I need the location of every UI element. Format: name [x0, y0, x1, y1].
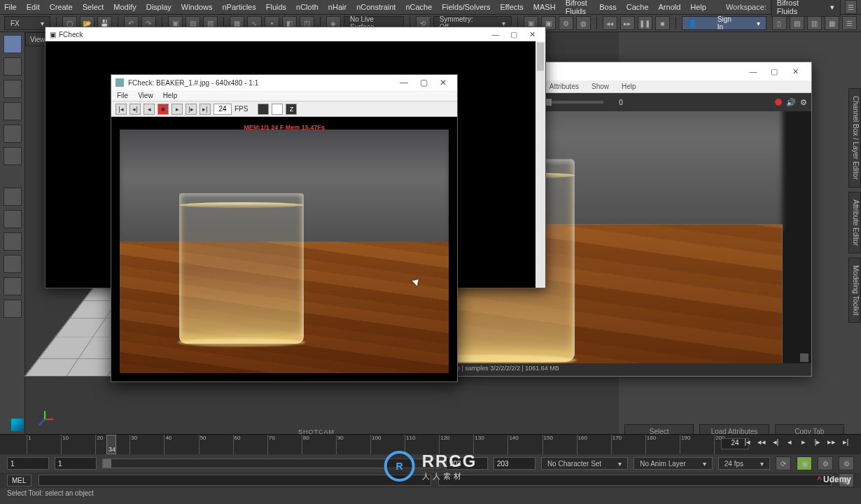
prev-key-icon[interactable]: ◂◂: [756, 436, 767, 447]
anim-layer-dropdown[interactable]: No Anim Layer▾: [634, 457, 713, 470]
panel-layout4-icon[interactable]: ▦: [825, 16, 839, 30]
menu-fluids[interactable]: Fluids: [266, 3, 286, 11]
step-back-icon[interactable]: ◂|: [130, 104, 141, 115]
arnold-record-icon[interactable]: [775, 99, 782, 106]
command-input[interactable]: [38, 475, 432, 486]
layout2-tool[interactable]: [4, 210, 22, 228]
go-end-icon[interactable]: ▸|: [840, 436, 851, 447]
fcheck-image-window[interactable]: FCheck: BEAKER_1.#.jpg - 640x480 - 1:1 —…: [111, 74, 458, 382]
range-slider[interactable]: [102, 458, 440, 468]
close-icon[interactable]: ✕: [523, 30, 541, 39]
menu-ncache[interactable]: nCache: [405, 3, 432, 11]
play-fwd-icon[interactable]: ▸: [172, 104, 183, 115]
workspace-dropdown[interactable]: Bifrost Fluids ▾: [771, 0, 841, 17]
arnold-menu-show[interactable]: Show: [592, 83, 609, 90]
arnold-menu-help[interactable]: Help: [622, 83, 636, 90]
close-icon[interactable]: ✕: [785, 67, 806, 76]
autokey-toggle-icon[interactable]: ▣: [797, 456, 812, 470]
fcheck-parent-titlebar[interactable]: ▣ FCheck — ▢ ✕: [46, 27, 545, 41]
tab-modeling-toolkit[interactable]: Modeling Toolkit: [848, 258, 861, 323]
play-back-icon[interactable]: ◂: [144, 104, 155, 115]
layout6-tool[interactable]: [4, 300, 22, 318]
character-set-dropdown[interactable]: No Character Set▾: [541, 457, 628, 470]
step-fwd-icon[interactable]: |▸: [812, 436, 823, 447]
fps-dropdown[interactable]: 24 fps▾: [718, 457, 770, 470]
arnold-menu-attributes[interactable]: Attributes: [550, 83, 579, 90]
arnold-gear-icon[interactable]: ⚙: [800, 98, 807, 107]
panel-layout2-icon[interactable]: ▤: [790, 16, 804, 30]
menu-help[interactable]: Help: [690, 3, 706, 11]
menu-nconstraint[interactable]: nConstraint: [356, 3, 396, 11]
lasso-tool[interactable]: [4, 57, 22, 76]
scale-tool[interactable]: [4, 147, 22, 165]
time-slider[interactable]: 1102030405060708090100110120130140150160…: [0, 435, 861, 454]
panel-layout1-icon[interactable]: ▯: [772, 16, 787, 30]
fcheck-menu-view[interactable]: View: [138, 92, 153, 99]
fps-input[interactable]: [214, 104, 232, 115]
arnold-resize-icon[interactable]: [800, 354, 808, 362]
range-end-inner[interactable]: [446, 457, 488, 470]
minimize-icon[interactable]: —: [743, 67, 764, 76]
channel-rgb-icon[interactable]: [258, 104, 269, 115]
layout4-tool[interactable]: [4, 255, 22, 273]
tab-channel-box[interactable]: Channel Box / Layer Editor: [848, 88, 861, 188]
move-tool[interactable]: [4, 102, 22, 120]
fcheck-titlebar[interactable]: FCheck: BEAKER_1.#.jpg - 640x480 - 1:1 —…: [111, 75, 457, 90]
play-back-icon[interactable]: ◂: [784, 436, 795, 447]
pause-icon[interactable]: ❚❚: [638, 16, 652, 30]
fcheck-menu-file[interactable]: File: [117, 92, 128, 99]
current-time-marker[interactable]: 34: [106, 435, 116, 454]
menu-modify[interactable]: Modify: [113, 3, 136, 11]
menu-create[interactable]: Create: [50, 3, 73, 11]
go-start-icon[interactable]: |◂: [115, 104, 127, 115]
step-fwd-icon[interactable]: |▸: [186, 104, 197, 115]
menu-fields[interactable]: Fields/Solvers: [442, 3, 490, 11]
channel-alpha-icon[interactable]: [272, 104, 283, 115]
layout1-tool[interactable]: [4, 188, 22, 206]
panel-layout5-icon[interactable]: ☰: [842, 16, 857, 30]
anim-prefs-icon[interactable]: ⚙: [818, 456, 833, 470]
layout5-tool[interactable]: [4, 277, 22, 295]
menu-nhair[interactable]: nHair: [328, 3, 346, 11]
menu-bifrost[interactable]: Bifrost Fluids: [566, 0, 590, 15]
menu-windows[interactable]: Windows: [181, 3, 213, 11]
channel-z-icon[interactable]: Z: [286, 104, 297, 115]
menu-cache[interactable]: Cache: [626, 3, 649, 11]
fcheck-menu-help[interactable]: Help: [163, 92, 178, 99]
arnold-speaker-icon[interactable]: 🔊: [786, 98, 796, 107]
hypershade-icon[interactable]: ◍: [576, 16, 591, 30]
stop-icon[interactable]: ■: [655, 16, 670, 30]
go-start-icon[interactable]: |◂: [742, 436, 753, 447]
signin-dropdown[interactable]: 👤 Sign In ▾: [682, 16, 766, 30]
rotate-tool[interactable]: [4, 125, 22, 143]
play-fwd-icon[interactable]: ▸: [798, 436, 809, 447]
workspace-options-icon[interactable]: ☰: [845, 0, 857, 14]
next-key-icon[interactable]: ▸▸: [826, 436, 837, 447]
go-end-icon[interactable]: ▸|: [200, 104, 211, 115]
scrollbar-thumb[interactable]: [537, 43, 544, 71]
minimize-icon[interactable]: —: [486, 30, 505, 38]
tab-attribute-editor[interactable]: Attribute Editor: [848, 192, 861, 253]
range-end-outer[interactable]: [493, 457, 536, 470]
menu-effects[interactable]: Effects: [500, 3, 523, 11]
menuset-dropdown[interactable]: FX▾: [4, 16, 50, 30]
step-back-icon[interactable]: ◂|: [770, 436, 781, 447]
anim-prefs2-icon[interactable]: ⚙: [839, 456, 854, 470]
playblast-back-icon[interactable]: ◂◂: [603, 16, 617, 30]
menu-nparticles[interactable]: nParticles: [222, 3, 255, 11]
menu-arnold[interactable]: Arnold: [659, 3, 681, 11]
panel-layout3-icon[interactable]: ▥: [807, 16, 822, 30]
paint-select-tool[interactable]: [4, 80, 22, 98]
menu-edit[interactable]: Edit: [27, 3, 40, 11]
menu-mash[interactable]: MASH: [533, 3, 556, 11]
render-settings-icon[interactable]: ⚙: [559, 16, 573, 30]
record-icon[interactable]: ■: [158, 104, 169, 115]
menu-file[interactable]: File: [4, 3, 17, 11]
range-start-outer[interactable]: [7, 457, 49, 470]
close-icon[interactable]: ✕: [433, 78, 453, 88]
fcheck-scrollbar[interactable]: [536, 41, 545, 288]
maximize-icon[interactable]: ▢: [505, 30, 523, 39]
range-start-inner[interactable]: [55, 457, 97, 470]
menu-ncloth[interactable]: nCloth: [296, 3, 318, 11]
script-lang-toggle[interactable]: MEL: [7, 475, 31, 486]
